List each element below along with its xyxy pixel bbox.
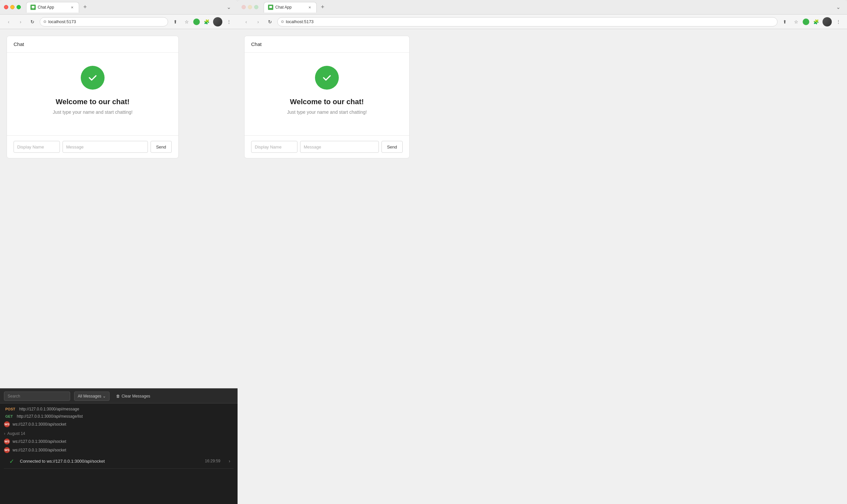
connected-text: Connected to ws://127.0.0.1:3000/api/soc… <box>20 459 105 464</box>
tab-chat-app-left[interactable]: Chat App ✕ <box>26 2 79 13</box>
forward-button-right[interactable]: › <box>253 17 263 26</box>
right-message-input[interactable] <box>300 141 379 153</box>
left-page-content: Chat Welcome to our chat! Just type your… <box>0 29 237 388</box>
devtools-clear-button[interactable]: 🗑 Clear Messages <box>113 394 153 398</box>
network-row-get: GET http://127.0.0.1:3000/api/message/li… <box>4 413 234 419</box>
search-placeholder: Search <box>7 394 20 398</box>
connected-row: ✓ Connected to ws://127.0.0.1:3000/api/s… <box>4 454 234 469</box>
expand-icon[interactable]: › <box>229 458 230 464</box>
right-chat-footer: Send <box>245 135 409 158</box>
left-check-circle <box>81 66 105 90</box>
tab-close-left[interactable]: ✕ <box>70 5 75 10</box>
menu-icon-left[interactable]: ⋮ <box>224 17 234 26</box>
left-toolbar-actions: ⬆ ☆ 🧩 ⋮ <box>171 17 234 26</box>
devtools-list: POST http://127.0.0.1:3000/api/message G… <box>4 406 234 454</box>
right-toolbar: ‹ › ↻ ⊙ localhost:5173 ⬆ ☆ 🧩 ⋮ <box>237 15 847 29</box>
puzzle-icon-right[interactable]: 🧩 <box>811 17 820 26</box>
method-badge-get: GET <box>4 414 14 419</box>
devtools-toolbar: Search All Messages ⌄ 🗑 Clear Messages <box>0 389 237 403</box>
tab-overflow-right[interactable]: ⌄ <box>833 3 843 12</box>
filter-label: All Messages <box>78 394 101 398</box>
date-label: August 14 <box>7 431 25 436</box>
left-welcome-title: Welcome to our chat! <box>56 97 129 106</box>
address-bar-left[interactable]: ⊙ localhost:5173 <box>40 17 168 26</box>
network-row-ws: WS ws://127.0.0.1:3000/api/socket <box>4 421 234 428</box>
reload-button-left[interactable]: ↻ <box>28 17 37 26</box>
devtools-search-box[interactable]: Search <box>4 392 70 401</box>
close-button[interactable] <box>4 5 8 9</box>
address-bar-right[interactable]: ⊙ localhost:5173 <box>277 17 777 26</box>
tab-favicon <box>31 5 36 10</box>
chevron-right-icon: › <box>4 431 5 436</box>
network-url-ws-2: ws://127.0.0.1:3000/api/socket <box>13 439 66 444</box>
tab-close-right[interactable]: ✕ <box>307 5 312 10</box>
extension-icon-green-left[interactable] <box>193 19 200 25</box>
devtools-panel: Search All Messages ⌄ 🗑 Clear Messages P… <box>0 388 237 504</box>
devtools-filter-button[interactable]: All Messages ⌄ <box>74 392 109 401</box>
lock-icon-left: ⊙ <box>43 19 46 24</box>
puzzle-icon-left[interactable]: 🧩 <box>202 17 211 26</box>
new-tab-button-left[interactable]: + <box>81 3 90 12</box>
right-display-name-input[interactable] <box>251 141 297 153</box>
left-display-name-input[interactable] <box>14 141 60 153</box>
bookmark-icon-right[interactable]: ☆ <box>791 17 801 26</box>
left-browser-window: Chat App ✕ + ⌄ ‹ › ↻ ⊙ localhost:5173 ⬆ … <box>0 0 237 504</box>
ws-icon-3: WS <box>4 447 10 453</box>
new-tab-button-right[interactable]: + <box>318 3 327 12</box>
left-chat-footer: Send <box>7 135 178 158</box>
right-chat-header: Chat <box>245 36 409 53</box>
clear-label: Clear Messages <box>121 394 150 398</box>
connected-time: 16:29:59 <box>205 459 220 463</box>
right-chat-body: Welcome to our chat! Just type your name… <box>245 53 409 135</box>
maximize-button[interactable] <box>17 5 21 9</box>
network-url-get: http://127.0.0.1:3000/api/message/list <box>17 414 83 419</box>
back-button-right[interactable]: ‹ <box>242 17 251 26</box>
right-send-button[interactable]: Send <box>382 141 403 153</box>
network-row-ws-2: WS ws://127.0.0.1:3000/api/socket <box>4 438 234 445</box>
share-icon-right[interactable]: ⬆ <box>780 17 790 26</box>
ws-icon-2: WS <box>4 438 10 445</box>
traffic-lights <box>4 5 21 9</box>
reload-button-right[interactable]: ↻ <box>265 17 275 26</box>
network-row-post: POST http://127.0.0.1:3000/api/message <box>4 406 234 412</box>
left-toolbar: ‹ › ↻ ⊙ localhost:5173 ⬆ ☆ 🧩 ⋮ <box>0 15 237 29</box>
connected-check-icon: ✓ <box>9 458 16 464</box>
date-section[interactable]: › August 14 <box>4 431 234 436</box>
right-tab-favicon <box>268 5 273 10</box>
avatar-right[interactable] <box>823 17 832 26</box>
tab-overflow-left[interactable]: ⌄ <box>224 3 234 12</box>
forward-button-left[interactable]: › <box>16 17 25 26</box>
right-close-button[interactable] <box>242 5 246 9</box>
bookmark-icon-left[interactable]: ☆ <box>182 17 191 26</box>
left-message-input[interactable] <box>63 141 148 153</box>
share-icon-left[interactable]: ⬆ <box>171 17 180 26</box>
right-chat-widget: Chat Welcome to our chat! Just type your… <box>244 36 410 158</box>
right-page-content: Chat Welcome to our chat! Just type your… <box>237 29 847 504</box>
left-title-bar: Chat App ✕ + ⌄ <box>0 0 237 15</box>
method-badge-post: POST <box>4 407 17 411</box>
right-browser-window: Chat App ✕ + ⌄ ‹ › ↻ ⊙ localhost:5173 ⬆ … <box>237 0 847 504</box>
left-chat-widget: Chat Welcome to our chat! Just type your… <box>6 36 179 158</box>
right-minimize-button[interactable] <box>248 5 252 9</box>
right-toolbar-actions: ⬆ ☆ 🧩 ⋮ <box>780 17 843 26</box>
avatar-left[interactable] <box>213 17 222 26</box>
minimize-button[interactable] <box>10 5 15 9</box>
network-url-ws-3: ws://127.0.0.1:3000/api/socket <box>13 448 66 452</box>
extension-icon-green-right[interactable] <box>803 19 809 25</box>
menu-icon-right[interactable]: ⋮ <box>834 17 843 26</box>
tab-bar: Chat App ✕ + ⌄ <box>26 2 234 13</box>
ws-icon-1: WS <box>4 421 10 427</box>
right-check-circle <box>315 66 339 90</box>
tab-chat-app-right[interactable]: Chat App ✕ <box>264 2 317 13</box>
right-maximize-button[interactable] <box>254 5 259 9</box>
left-send-button[interactable]: Send <box>151 141 172 153</box>
right-welcome-subtitle: Just type your name and start chatting! <box>287 109 367 115</box>
back-button-left[interactable]: ‹ <box>4 17 13 26</box>
right-traffic-lights <box>242 5 259 9</box>
right-tab-bar: Chat App ✕ + ⌄ <box>264 2 843 13</box>
network-url-ws: ws://127.0.0.1:3000/api/socket <box>13 422 66 427</box>
network-url-post: http://127.0.0.1:3000/api/message <box>19 407 79 411</box>
left-welcome-subtitle: Just type your name and start chatting! <box>53 109 133 115</box>
trash-icon: 🗑 <box>116 394 120 398</box>
left-chat-body: Welcome to our chat! Just type your name… <box>7 53 178 135</box>
